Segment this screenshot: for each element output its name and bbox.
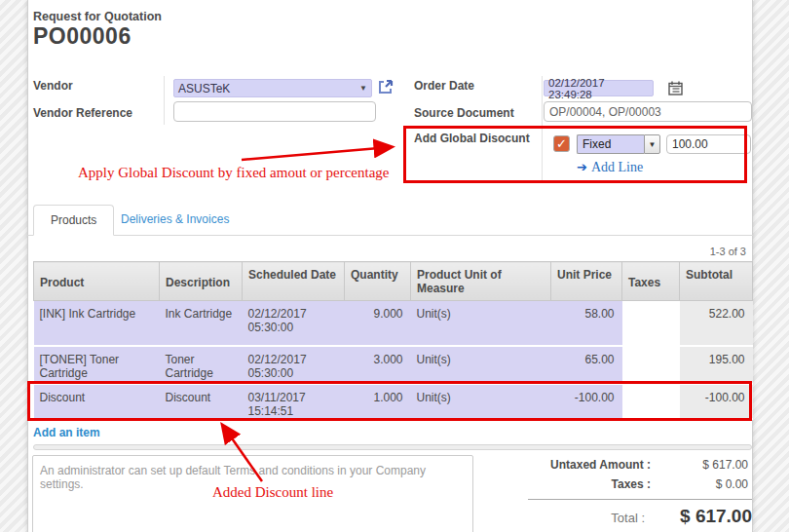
cell-subtotal: -100.00 [680, 384, 753, 419]
total-row: Total : $ 617.00 [468, 506, 752, 527]
cell-quantity: 1.000 [345, 384, 411, 419]
field-group-separator-left [164, 76, 165, 125]
vendor-label: Vendor [33, 79, 73, 93]
untaxed-amount-value: $ 617.00 [655, 458, 748, 472]
add-line-arrow-icon: ➔ [577, 160, 587, 175]
cell-quantity: 3.000 [345, 346, 411, 384]
global-discount-label: Add Global Disocunt [414, 132, 530, 145]
vendor-reference-label: Vendor Reference [33, 106, 132, 120]
col-taxes[interactable]: Taxes [622, 262, 680, 301]
order-date-field[interactable]: 02/12/2017 23:49:28 [544, 80, 654, 96]
table-row[interactable]: [TONER] Toner Cartridge Toner Cartridge … [34, 346, 753, 384]
untaxed-amount-row: Untaxed Amount : $ 617.00 [468, 458, 752, 472]
cell-quantity: 9.000 [345, 301, 411, 346]
col-description[interactable]: Description [160, 262, 243, 301]
field-group-separator-right [542, 76, 543, 181]
discount-type-value: Fixed [577, 134, 644, 154]
cell-uom: Unit(s) [411, 384, 551, 419]
table-row[interactable]: [INK] Ink Cartridge Ink Cartridge 02/12/… [34, 301, 753, 346]
col-subtotal[interactable]: Subtotal [680, 262, 753, 301]
col-quantity[interactable]: Quantity [345, 262, 411, 301]
cell-product: Discount [34, 384, 160, 419]
terms-placeholder: An administrator can set up default Term… [40, 464, 426, 491]
total-label: Total : [468, 511, 645, 525]
terms-notes-field[interactable]: An administrator can set up default Term… [32, 455, 473, 532]
page-title: PO00006 [33, 23, 132, 50]
cell-description: Toner Cartridge [160, 346, 243, 384]
col-unit-price[interactable]: Unit Price [551, 262, 622, 301]
total-value: $ 617.00 [645, 506, 752, 527]
cell-uom: Unit(s) [411, 346, 551, 384]
totals-panel: Untaxed Amount : $ 617.00 Taxes : $ 0.00… [468, 458, 752, 527]
add-line-link[interactable]: ➔ Add Line [577, 160, 643, 175]
tab-products[interactable]: Products [33, 205, 114, 236]
order-date-label: Order Date [414, 79, 474, 93]
add-an-item-link[interactable]: Add an item [33, 426, 100, 439]
col-scheduled-date[interactable]: Scheduled Date [243, 262, 345, 301]
source-document-input[interactable] [544, 101, 752, 122]
untaxed-amount-label: Untaxed Amount : [468, 458, 655, 472]
cell-product: [INK] Ink Cartridge [34, 301, 160, 346]
vendor-select[interactable]: ASUSTeK ▼ [173, 79, 372, 97]
taxes-row: Taxes : $ 0.00 [468, 477, 752, 491]
discount-type-select[interactable]: Fixed ▼ [577, 134, 660, 154]
calendar-icon[interactable] [668, 81, 683, 95]
cell-product: [TONER] Toner Cartridge [34, 346, 160, 384]
vendor-select-value: ASUSTeK [178, 82, 230, 95]
taxes-value: $ 0.00 [655, 477, 748, 491]
totals-divider [528, 499, 752, 500]
cell-scheduled-date: 02/12/2017 05:30:00 [243, 301, 345, 346]
checkmark-icon: ✓ [556, 136, 567, 151]
vendor-reference-input[interactable] [173, 101, 376, 122]
discount-amount-input[interactable] [666, 134, 751, 154]
cell-unit-price: 65.00 [551, 346, 622, 384]
cell-unit-price: 58.00 [551, 301, 622, 346]
cell-taxes [622, 346, 680, 384]
table-row-discount[interactable]: Discount Discount 03/11/2017 15:14:51 1.… [34, 384, 753, 419]
cell-subtotal: 195.00 [680, 346, 753, 384]
tabbar-divider [27, 235, 753, 236]
chevron-down-icon: ▼ [359, 84, 367, 93]
chevron-down-icon: ▼ [644, 134, 660, 154]
cell-subtotal: 522.00 [680, 301, 753, 346]
tab-deliveries-invoices[interactable]: Deliveries & Invoices [121, 212, 229, 226]
source-document-label: Source Document [414, 106, 514, 120]
cell-taxes [622, 384, 680, 419]
cell-taxes [622, 301, 680, 346]
taxes-label: Taxes : [468, 477, 655, 491]
add-line-label: Add Line [591, 160, 643, 175]
doc-type-label: Request for Quotation [33, 10, 162, 23]
col-product[interactable]: Product [34, 262, 160, 301]
cell-uom: Unit(s) [411, 301, 551, 346]
table-header-row: Product Description Scheduled Date Quant… [34, 262, 753, 301]
external-link-icon[interactable] [377, 79, 394, 95]
cell-scheduled-date: 03/11/2017 15:14:51 [243, 384, 345, 419]
order-lines-table: Product Description Scheduled Date Quant… [33, 261, 753, 420]
cell-unit-price: -100.00 [551, 384, 622, 419]
order-date-value: 02/12/2017 23:49:28 [548, 77, 649, 100]
global-discount-checkbox[interactable]: ✓ [553, 135, 570, 152]
pager[interactable]: 1-3 of 3 [710, 246, 746, 257]
cell-scheduled-date: 02/12/2017 05:30:00 [243, 346, 345, 384]
horizontal-scrollbar[interactable] [33, 444, 752, 450]
cell-description: Discount [160, 384, 243, 419]
col-uom[interactable]: Product Unit of Measure [411, 262, 551, 301]
cell-description: Ink Cartridge [160, 301, 243, 346]
